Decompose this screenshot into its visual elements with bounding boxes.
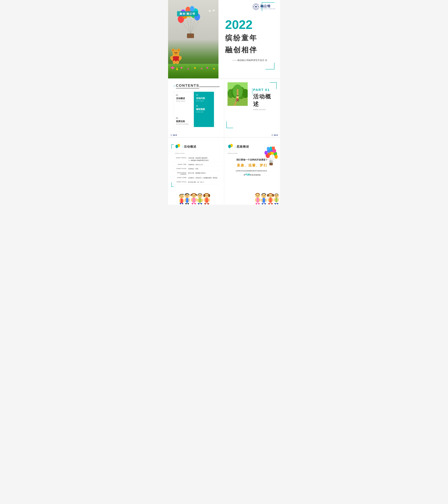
- svg-rect-115: [186, 198, 188, 203]
- svg-point-194: [275, 195, 276, 196]
- svg-line-162: [271, 156, 275, 163]
- contents-underline: [199, 87, 220, 87]
- bracket-deco-bottom: [171, 182, 174, 187]
- svg-rect-173: [259, 198, 260, 202]
- contents-item-02: 02． 氛围包装 Atmosphere packaging: [174, 115, 194, 127]
- svg-point-60: [172, 66, 173, 68]
- svg-rect-77: [211, 66, 211, 70]
- svg-point-156: [267, 147, 270, 150]
- hero-banner: 融创·融公馆: [177, 11, 198, 16]
- section-left-bracket: ⌐: [182, 145, 183, 148]
- svg-point-144: [228, 145, 231, 148]
- svg-rect-78: [216, 65, 216, 69]
- svg-point-141: [207, 195, 208, 196]
- svg-point-108: [179, 194, 184, 199]
- balloon-word: 气球: [245, 174, 250, 176]
- subtitle-text: —— 融创融公馆融果课堂开放活 动: [225, 58, 274, 62]
- item-04-en: Auxiliary plan: [196, 111, 212, 112]
- deco-line-top-h: [262, 2, 274, 2]
- corner-deco-tr: [270, 82, 277, 89]
- label-topics: EVENT TOPICS: [173, 157, 188, 159]
- year-display: 2022: [225, 18, 274, 31]
- part01-image: [228, 82, 248, 106]
- svg-rect-136: [204, 198, 205, 202]
- part01-bracket: PART 01 活动概述 Activity overview: [252, 88, 277, 110]
- svg-point-139: [208, 194, 210, 197]
- section-right-bracket: ⌐: [235, 145, 236, 148]
- section-title-right: 思路阐述: [237, 145, 249, 148]
- svg-point-64: [177, 68, 178, 69]
- main-title-2: 融创相伴: [225, 45, 274, 55]
- flowers-decoration: [168, 64, 218, 78]
- thought-section: ⌐ 思路阐述 Activity overview 我们要做一个怎样的开放课堂？ …: [224, 138, 280, 205]
- value-participants: 参与人群：融创融公馆业主: [188, 172, 220, 174]
- svg-point-62: [171, 67, 172, 68]
- section-title-right-group: ⌐ 思路阐述: [235, 145, 249, 149]
- svg-point-112: [180, 196, 181, 196]
- balloon-cluster-image: [263, 147, 279, 167]
- slide-3: ⌐ 活动概述 Activity overview EVENT TOPICS 活动…: [168, 138, 280, 205]
- section-title-bracket-group: ⌐ 活动概述: [182, 145, 197, 149]
- svg-point-138: [203, 194, 205, 197]
- svg-point-39: [193, 18, 194, 18]
- svg-point-67: [194, 67, 196, 69]
- balloon-deco-right: [228, 143, 233, 150]
- svg-rect-121: [192, 198, 195, 203]
- svg-rect-171: [256, 198, 259, 203]
- svg-point-35: [190, 6, 194, 12]
- banner-text: 融创·融公馆: [180, 12, 195, 15]
- svg-rect-172: [255, 198, 256, 202]
- svg-line-17: [190, 19, 191, 34]
- svg-rect-122: [191, 198, 193, 202]
- svg-rect-116: [185, 198, 186, 202]
- contents-teal-box: 03． 活动内容 Active content 04． 辅助预案 Auxilia…: [194, 92, 214, 115]
- svg-point-181: [264, 195, 265, 196]
- svg-point-66: [188, 68, 189, 70]
- slide-2: 融公馆 融公馆 ⌐ CONTENTS 01． 活动概述 Activity ove…: [168, 79, 280, 137]
- svg-rect-177: [262, 198, 265, 203]
- main-title-1: 缤纷童年: [225, 33, 274, 43]
- svg-point-195: [277, 195, 277, 196]
- svg-rect-71: [175, 66, 175, 70]
- svg-rect-130: [197, 198, 199, 202]
- item-02-cn: 氛围包装: [176, 120, 192, 123]
- svg-point-174: [256, 195, 257, 196]
- event-row-form: EVENT FORM 活动形式：启动仪式＋儿童趣味课堂＋童里选: [173, 176, 220, 180]
- svg-point-68: [201, 68, 202, 69]
- event-row-participants: PARTICIPATE NUMBER 参与人群：融创融公馆业主: [173, 171, 220, 176]
- svg-rect-20: [187, 34, 194, 38]
- slide-1: 融公馆 DREAMOF MANSION 融创·融公馆: [168, 0, 280, 78]
- item-04-num: 04．: [196, 105, 212, 107]
- contents-title: CONTENTS: [176, 83, 199, 88]
- svg-point-140: [206, 195, 206, 196]
- part-title-en: Activity overview: [253, 108, 277, 110]
- svg-line-16: [187, 20, 190, 34]
- item-03-en: Active content: [196, 100, 212, 102]
- svg-point-49: [178, 49, 179, 51]
- item-01-num: 01．: [176, 94, 192, 96]
- label-time: EVENT TIME: [173, 163, 188, 165]
- svg-point-37: [184, 18, 185, 19]
- svg-rect-73: [185, 66, 185, 69]
- label-form: EVENT FORM: [173, 177, 188, 178]
- item-02-num: 02．: [176, 117, 192, 119]
- event-info-table: EVENT TOPICS 活动主题：缤纷童年 融创相伴——融创融公馆融果课堂开放…: [173, 156, 220, 184]
- item-04-cn: 辅助预案: [196, 108, 212, 111]
- svg-rect-110: [179, 199, 181, 202]
- svg-rect-191: [275, 198, 278, 202]
- hero-image-area: 融创·融公馆: [168, 0, 218, 78]
- svg-rect-123: [195, 198, 197, 202]
- svg-point-50: [175, 52, 176, 53]
- winnie-character: [169, 48, 183, 64]
- svg-point-36: [181, 22, 181, 23]
- svg-rect-137: [208, 198, 210, 202]
- dove-illustration: [207, 9, 216, 14]
- svg-line-19: [190, 21, 199, 34]
- section-header-left: ⌐ 活动概述: [175, 143, 220, 150]
- svg-rect-183: [269, 198, 272, 203]
- svg-point-133: [200, 195, 201, 196]
- svg-point-59: [172, 67, 173, 69]
- event-row-time: EVENT TIME 活动时间：2020.11.10: [173, 163, 220, 167]
- svg-point-65: [181, 67, 182, 69]
- svg-point-119: [187, 195, 188, 196]
